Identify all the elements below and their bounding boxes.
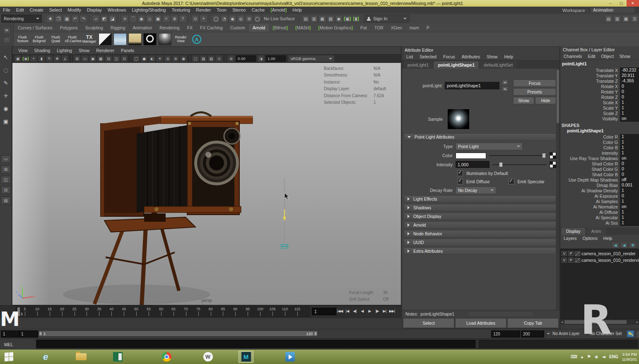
channel-name[interactable]: Dmap Bias — [560, 183, 620, 188]
layout-four-pane-icon[interactable]: ⊞ — [1, 165, 11, 173]
snap-curve-icon[interactable]: ⌒ — [129, 15, 137, 23]
menu-item[interactable]: [Arnold] — [268, 7, 289, 14]
channel-name[interactable]: Ai Samples — [560, 199, 620, 204]
animation-preferences-icon[interactable] — [636, 331, 639, 338]
shelf-button[interactable]: FlushBckgrnd — [31, 36, 47, 43]
step-forward-key-button[interactable]: ▶| — [381, 307, 388, 315]
taskbar-file-explorer-icon[interactable] — [74, 351, 89, 363]
shelf-tab[interactable]: Polygons — [56, 24, 81, 32]
map-button-icon[interactable] — [550, 152, 556, 159]
grease-pencil-icon[interactable]: ∠ — [61, 55, 69, 62]
shelf-tab[interactable]: TOR — [371, 24, 387, 32]
intensity-field[interactable]: 1.000 — [456, 161, 489, 168]
channel-name[interactable]: Use Ray Trace Shadows — [560, 156, 620, 161]
channel-value[interactable]: 1 — [620, 145, 639, 151]
menu-item[interactable]: Texturing — [169, 7, 193, 14]
redo-icon[interactable]: ↷ — [80, 15, 87, 23]
channel-name[interactable]: Ai Shadow Density — [560, 188, 620, 193]
shelf-backplate-icon[interactable] — [128, 33, 142, 46]
textured-icon[interactable]: ◐ — [148, 55, 156, 62]
focus-button[interactable]: Focus — [513, 79, 556, 87]
bookmark-icon[interactable]: ▮ — [38, 55, 45, 62]
xray-icon[interactable]: ▧ — [200, 55, 207, 62]
current-frame-field[interactable]: 1 — [312, 308, 336, 315]
channel-name[interactable]: Translate Z — [560, 79, 620, 84]
history-full-icon[interactable]: ◉ — [229, 15, 236, 23]
viewport-menu-item[interactable]: Lighting — [53, 47, 75, 54]
maximize-button[interactable]: ▢ — [616, 0, 627, 7]
channel-name[interactable]: Intensity — [560, 151, 620, 156]
channel-value[interactable]: 20.911 — [620, 73, 639, 79]
layer-editor-menu-item[interactable]: Help — [600, 235, 615, 242]
step-back-key-button[interactable]: |◀ — [344, 307, 351, 315]
shelf-button[interactable]: FlushAll Caches — [65, 36, 80, 43]
range-start-handle[interactable] — [39, 331, 42, 336]
snap-viewplane-icon[interactable]: ▣ — [154, 15, 162, 23]
display-toggle-icon[interactable]: ◉ — [335, 15, 343, 23]
attribute-editor-tab[interactable]: pointLightShape1 — [434, 61, 479, 69]
resolution-gate-icon[interactable]: ▣ — [89, 55, 96, 62]
attribute-editor-menu-item[interactable]: List — [403, 53, 416, 60]
decay-rate-dropdown[interactable]: No Decay — [456, 187, 496, 194]
arnold-viewport-icon[interactable]: [◉] — [22, 55, 29, 62]
history-curve-icon[interactable]: ◎ — [237, 15, 245, 23]
shelf-tab[interactable]: Arnold — [249, 24, 269, 32]
command-line-language-toggle[interactable]: MEL — [0, 339, 36, 350]
layer-row[interactable]: V P camera_lesson_010_renderviewM — [560, 257, 639, 263]
menu-item[interactable]: Create — [27, 7, 46, 14]
viewport-menu-item[interactable]: Renderer — [93, 47, 118, 54]
animation-start-field[interactable]: 1 — [1, 330, 20, 338]
layer-editor-menu-item[interactable]: Options — [580, 235, 600, 242]
channel-value[interactable]: 1 — [620, 215, 639, 220]
shadows-icon[interactable]: ◎ — [164, 55, 171, 62]
history-off-icon[interactable]: ⊘ — [245, 15, 253, 23]
range-end-handle[interactable] — [314, 331, 317, 336]
field-chart-icon[interactable]: ⊟ — [105, 55, 112, 62]
render-current-frame-icon[interactable]: ▥ — [310, 15, 318, 23]
image-plane-icon[interactable]: ✎ — [46, 55, 53, 62]
gamma-field[interactable]: 1.00 — [266, 55, 286, 62]
channel-name[interactable]: Ai Normalize — [560, 204, 620, 209]
wireframe-icon[interactable]: ◯ — [133, 55, 140, 62]
shelf-tab[interactable]: [Motion Graphics] — [315, 24, 357, 32]
menu-item[interactable]: Select — [46, 7, 65, 14]
channel-value[interactable]: off — [620, 177, 639, 183]
layer-move-down-icon[interactable]: ◀ — [620, 242, 628, 248]
point-light-manipulator[interactable] — [281, 178, 288, 249]
channel-box-menu-item[interactable]: Channels — [561, 53, 585, 60]
gate-mask-icon[interactable]: ▦ — [97, 55, 104, 62]
taskbar-wacom-icon[interactable]: W — [200, 351, 215, 363]
collapsed-section-header[interactable]: Node Behavior — [404, 230, 556, 237]
shelf-sky-texture-icon[interactable] — [113, 33, 127, 46]
shelf-texture-swatch-icon[interactable] — [99, 33, 112, 46]
open-scene-icon[interactable]: ❐ — [55, 15, 63, 23]
taskbar-excel-icon[interactable] — [110, 351, 125, 363]
safe-title-icon[interactable]: ⊡ — [121, 55, 128, 62]
menu-item[interactable]: Cache — [248, 7, 268, 14]
attribute-editor-tab[interactable]: pointLight1 — [403, 61, 433, 69]
history-all-icon[interactable]: ◯ — [253, 15, 261, 23]
viewport-menu-item[interactable]: Panels — [118, 47, 137, 54]
swap-in-icon[interactable]: ⇄ — [502, 79, 509, 85]
color-slider[interactable] — [489, 153, 547, 158]
layer-color-chip[interactable] — [575, 251, 580, 256]
arnold-ipr-icon[interactable]: [▮] — [352, 15, 360, 23]
channel-name[interactable]: Shad Color G — [560, 167, 620, 172]
layer-editor-tab[interactable]: Display — [561, 228, 585, 235]
two-d-pan-zoom-icon[interactable]: ✥ — [53, 55, 61, 62]
taskbar-media-player-icon[interactable] — [282, 351, 297, 363]
scrollbar-thumb[interactable] — [557, 69, 559, 123]
channel-value[interactable]: 1 — [620, 139, 639, 145]
lock-selection-icon[interactable]: ⊙ — [191, 15, 199, 23]
attribute-editor-scrollbar[interactable] — [556, 69, 559, 310]
channel-value[interactable]: 1 — [620, 199, 639, 204]
intensity-slider[interactable] — [492, 162, 547, 168]
touch-keyboard-icon[interactable]: ⌨ — [571, 354, 577, 359]
select-object-icon[interactable]: ◩ — [100, 15, 108, 23]
exposure-field[interactable]: 0.00 — [236, 55, 256, 62]
layer-name[interactable]: camera_lesson_010_render — [581, 251, 636, 256]
shelf-tab[interactable]: [MASH] — [292, 24, 314, 32]
rotate-tool-icon[interactable]: ◉ — [1, 103, 11, 113]
isolate-select-icon[interactable]: ▢ — [192, 55, 199, 62]
workspace-value[interactable]: Animation — [590, 7, 635, 13]
